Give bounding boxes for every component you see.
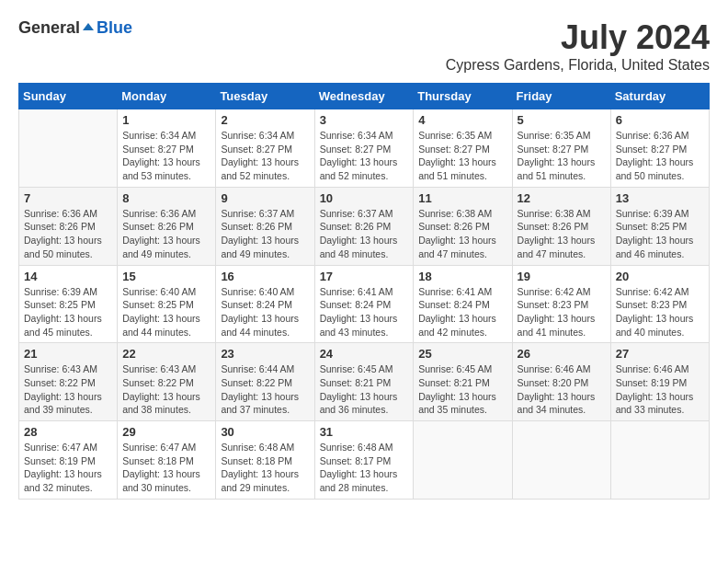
cell-daylight: Daylight: 13 hours and 44 minutes. <box>221 313 299 338</box>
day-number: 17 <box>320 270 409 283</box>
day-number: 1 <box>122 113 210 127</box>
cell-sunset: Sunset: 8:26 PM <box>418 221 490 232</box>
day-number: 14 <box>24 270 112 283</box>
cell-sunrise: Sunrise: 6:41 AM <box>418 286 492 297</box>
cell-sunrise: Sunrise: 6:43 AM <box>24 363 97 374</box>
cell-sunset: Sunset: 8:26 PM <box>221 221 292 232</box>
cell-sunset: Sunset: 8:22 PM <box>122 377 194 388</box>
calendar-header: Sunday Monday Tuesday Wednesday Thursday… <box>19 84 710 109</box>
cell-sunrise: Sunrise: 6:39 AM <box>24 286 97 297</box>
cell-sunrise: Sunrise: 6:39 AM <box>616 208 689 219</box>
day-number: 9 <box>221 191 309 205</box>
header-monday: Monday <box>118 84 216 109</box>
day-number: 25 <box>418 347 506 361</box>
cell-sunset: Sunset: 8:26 PM <box>122 221 194 232</box>
day-number: 28 <box>24 425 112 439</box>
cell-daylight: Daylight: 13 hours and 49 minutes. <box>221 235 299 259</box>
cell-sunset: Sunset: 8:24 PM <box>320 299 392 310</box>
day-number: 29 <box>122 425 210 439</box>
cell-sunset: Sunset: 8:21 PM <box>418 377 490 388</box>
header-friday: Friday <box>512 84 610 109</box>
cell-sunset: Sunset: 8:26 PM <box>518 221 589 232</box>
table-row: 14Sunrise: 6:39 AMSunset: 8:25 PMDayligh… <box>19 265 118 343</box>
cell-sunrise: Sunrise: 6:41 AM <box>320 286 393 297</box>
cell-sunrise: Sunrise: 6:37 AM <box>320 208 393 219</box>
cell-sunrise: Sunrise: 6:45 AM <box>418 363 492 374</box>
cell-sunrise: Sunrise: 6:46 AM <box>616 363 689 374</box>
cell-sunrise: Sunrise: 6:38 AM <box>518 208 591 219</box>
table-row: 20Sunrise: 6:42 AMSunset: 8:23 PMDayligh… <box>610 265 709 343</box>
table-row: 4Sunrise: 6:35 AMSunset: 8:27 PMDaylight… <box>414 109 512 188</box>
table-row: 26Sunrise: 6:46 AMSunset: 8:20 PMDayligh… <box>512 343 610 421</box>
table-row: 8Sunrise: 6:36 AMSunset: 8:26 PMDaylight… <box>118 187 216 265</box>
cell-sunrise: Sunrise: 6:38 AM <box>418 208 492 219</box>
day-number: 11 <box>418 191 506 205</box>
table-row: 31Sunrise: 6:48 AMSunset: 8:17 PMDayligh… <box>314 421 414 500</box>
cell-daylight: Daylight: 13 hours and 52 minutes. <box>221 156 299 181</box>
cell-sunrise: Sunrise: 6:40 AM <box>221 286 294 297</box>
cell-sunset: Sunset: 8:23 PM <box>616 299 688 310</box>
cell-daylight: Daylight: 13 hours and 53 minutes. <box>122 156 200 181</box>
cell-daylight: Daylight: 13 hours and 50 minutes. <box>616 156 694 181</box>
cell-daylight: Daylight: 13 hours and 50 minutes. <box>24 235 102 259</box>
cell-sunset: Sunset: 8:25 PM <box>616 221 688 232</box>
cell-sunrise: Sunrise: 6:34 AM <box>221 130 294 141</box>
table-row <box>19 109 118 188</box>
table-row: 21Sunrise: 6:43 AMSunset: 8:22 PMDayligh… <box>19 343 118 421</box>
table-row: 6Sunrise: 6:36 AMSunset: 8:27 PMDaylight… <box>610 109 709 188</box>
cell-sunset: Sunset: 8:20 PM <box>518 377 589 388</box>
cell-daylight: Daylight: 13 hours and 43 minutes. <box>320 313 398 338</box>
day-number: 10 <box>320 191 409 205</box>
cell-daylight: Daylight: 13 hours and 30 minutes. <box>122 468 200 493</box>
cell-sunrise: Sunrise: 6:48 AM <box>320 442 393 453</box>
day-number: 22 <box>122 347 210 361</box>
month-year-title: July 2024 <box>446 18 710 57</box>
cell-daylight: Daylight: 13 hours and 39 minutes. <box>24 391 102 416</box>
cell-daylight: Daylight: 13 hours and 46 minutes. <box>616 235 694 259</box>
cell-sunrise: Sunrise: 6:36 AM <box>122 208 196 219</box>
header-saturday: Saturday <box>610 84 709 109</box>
table-row: 9Sunrise: 6:37 AMSunset: 8:26 PMDaylight… <box>216 187 314 265</box>
table-row: 24Sunrise: 6:45 AMSunset: 8:21 PMDayligh… <box>314 343 414 421</box>
cell-sunrise: Sunrise: 6:36 AM <box>24 208 97 219</box>
cell-sunrise: Sunrise: 6:37 AM <box>221 208 294 219</box>
table-row: 7Sunrise: 6:36 AMSunset: 8:26 PMDaylight… <box>19 187 118 265</box>
table-row: 1Sunrise: 6:34 AMSunset: 8:27 PMDaylight… <box>118 109 216 188</box>
table-row <box>610 421 709 500</box>
cell-sunrise: Sunrise: 6:46 AM <box>518 363 591 374</box>
page-header: General Blue July 2024 Cypress Gardens, … <box>18 18 710 74</box>
cell-sunrise: Sunrise: 6:44 AM <box>221 363 294 374</box>
table-row <box>512 421 610 500</box>
cell-sunset: Sunset: 8:19 PM <box>24 455 96 466</box>
cell-daylight: Daylight: 13 hours and 29 minutes. <box>221 468 299 493</box>
cell-sunrise: Sunrise: 6:36 AM <box>616 130 689 141</box>
cell-sunset: Sunset: 8:21 PM <box>320 377 392 388</box>
day-number: 4 <box>418 113 506 127</box>
cell-daylight: Daylight: 13 hours and 32 minutes. <box>24 468 102 493</box>
cell-daylight: Daylight: 13 hours and 44 minutes. <box>122 313 200 338</box>
day-number: 7 <box>24 191 112 205</box>
cell-sunset: Sunset: 8:27 PM <box>418 144 490 155</box>
svg-marker-0 <box>83 23 94 30</box>
table-row <box>414 421 512 500</box>
cell-sunset: Sunset: 8:27 PM <box>320 144 392 155</box>
table-row: 18Sunrise: 6:41 AMSunset: 8:24 PMDayligh… <box>414 265 512 343</box>
day-number: 3 <box>320 113 409 127</box>
header-wednesday: Wednesday <box>314 84 414 109</box>
table-row: 13Sunrise: 6:39 AMSunset: 8:25 PMDayligh… <box>610 187 709 265</box>
table-row: 5Sunrise: 6:35 AMSunset: 8:27 PMDaylight… <box>512 109 610 188</box>
cell-daylight: Daylight: 13 hours and 47 minutes. <box>518 235 596 259</box>
header-thursday: Thursday <box>414 84 512 109</box>
table-row: 11Sunrise: 6:38 AMSunset: 8:26 PMDayligh… <box>414 187 512 265</box>
cell-sunset: Sunset: 8:27 PM <box>518 144 589 155</box>
cell-sunrise: Sunrise: 6:34 AM <box>320 130 393 141</box>
cell-daylight: Daylight: 13 hours and 35 minutes. <box>418 391 496 416</box>
day-number: 15 <box>122 270 210 283</box>
cell-sunrise: Sunrise: 6:43 AM <box>122 363 196 374</box>
day-number: 24 <box>320 347 409 361</box>
day-number: 18 <box>418 270 506 283</box>
day-number: 21 <box>24 347 112 361</box>
table-row: 15Sunrise: 6:40 AMSunset: 8:25 PMDayligh… <box>118 265 216 343</box>
day-number: 2 <box>221 113 309 127</box>
header-tuesday: Tuesday <box>216 84 314 109</box>
